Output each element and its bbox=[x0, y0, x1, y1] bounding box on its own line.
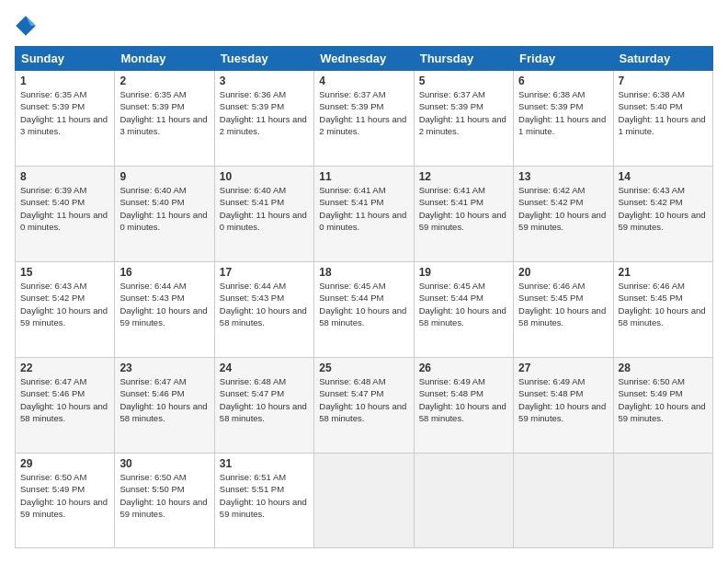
header bbox=[15, 15, 713, 37]
week-row-1: 1Sunrise: 6:35 AMSunset: 5:39 PMDaylight… bbox=[16, 71, 713, 167]
week-row-4: 22Sunrise: 6:47 AMSunset: 5:46 PMDayligh… bbox=[16, 358, 713, 454]
day-number: 13 bbox=[518, 170, 608, 183]
day-number: 14 bbox=[619, 170, 708, 183]
day-number: 24 bbox=[220, 362, 309, 374]
day-number: 17 bbox=[220, 266, 309, 279]
day-cell: 15Sunrise: 6:43 AMSunset: 5:42 PMDayligh… bbox=[16, 262, 115, 358]
day-cell: 14Sunrise: 6:43 AMSunset: 5:42 PMDayligh… bbox=[613, 167, 712, 262]
day-info: Sunrise: 6:46 AMSunset: 5:45 PMDaylight:… bbox=[518, 280, 608, 328]
day-number: 3 bbox=[220, 75, 309, 87]
day-number: 5 bbox=[419, 75, 508, 87]
day-cell: 27Sunrise: 6:49 AMSunset: 5:48 PMDayligh… bbox=[514, 358, 613, 454]
day-cell: 23Sunrise: 6:47 AMSunset: 5:46 PMDayligh… bbox=[115, 358, 214, 454]
day-number: 19 bbox=[419, 266, 508, 279]
day-cell: 13Sunrise: 6:42 AMSunset: 5:42 PMDayligh… bbox=[514, 167, 613, 262]
day-info: Sunrise: 6:47 AMSunset: 5:46 PMDaylight:… bbox=[119, 375, 209, 424]
day-info: Sunrise: 6:37 AMSunset: 5:39 PMDaylight:… bbox=[319, 88, 408, 137]
day-number: 4 bbox=[319, 75, 408, 87]
day-info: Sunrise: 6:45 AMSunset: 5:44 PMDaylight:… bbox=[419, 280, 508, 328]
day-cell: 8Sunrise: 6:39 AMSunset: 5:40 PMDaylight… bbox=[16, 167, 115, 262]
day-info: Sunrise: 6:44 AMSunset: 5:43 PMDaylight:… bbox=[119, 280, 209, 328]
day-number: 2 bbox=[119, 75, 209, 87]
day-number: 29 bbox=[20, 457, 109, 470]
day-number: 30 bbox=[119, 457, 209, 470]
col-header-tuesday: Tuesday bbox=[214, 47, 313, 71]
day-cell: 19Sunrise: 6:45 AMSunset: 5:44 PMDayligh… bbox=[414, 262, 513, 358]
day-info: Sunrise: 6:50 AMSunset: 5:50 PMDaylight:… bbox=[119, 471, 209, 520]
day-number: 10 bbox=[220, 170, 309, 183]
day-info: Sunrise: 6:43 AMSunset: 5:42 PMDaylight:… bbox=[20, 280, 109, 328]
day-cell: 31Sunrise: 6:51 AMSunset: 5:51 PMDayligh… bbox=[214, 454, 313, 548]
logo bbox=[15, 15, 40, 37]
day-info: Sunrise: 6:41 AMSunset: 5:41 PMDaylight:… bbox=[419, 184, 508, 233]
col-header-sunday: Sunday bbox=[16, 47, 115, 71]
day-number: 23 bbox=[119, 362, 209, 374]
day-number: 8 bbox=[20, 170, 109, 183]
day-info: Sunrise: 6:45 AMSunset: 5:44 PMDaylight:… bbox=[319, 280, 408, 328]
day-info: Sunrise: 6:38 AMSunset: 5:40 PMDaylight:… bbox=[619, 88, 708, 137]
day-cell: 28Sunrise: 6:50 AMSunset: 5:49 PMDayligh… bbox=[613, 358, 712, 454]
day-info: Sunrise: 6:41 AMSunset: 5:41 PMDaylight:… bbox=[319, 184, 408, 233]
col-header-wednesday: Wednesday bbox=[314, 47, 414, 71]
day-cell: 6Sunrise: 6:38 AMSunset: 5:39 PMDaylight… bbox=[514, 71, 613, 167]
day-number: 18 bbox=[319, 266, 408, 279]
day-cell: 12Sunrise: 6:41 AMSunset: 5:41 PMDayligh… bbox=[414, 167, 513, 262]
day-number: 12 bbox=[419, 170, 508, 183]
day-number: 11 bbox=[319, 170, 408, 183]
day-number: 27 bbox=[518, 362, 608, 374]
day-info: Sunrise: 6:50 AMSunset: 5:49 PMDaylight:… bbox=[20, 471, 109, 520]
week-row-5: 29Sunrise: 6:50 AMSunset: 5:49 PMDayligh… bbox=[16, 454, 713, 548]
day-cell: 24Sunrise: 6:48 AMSunset: 5:47 PMDayligh… bbox=[214, 358, 313, 454]
logo-icon bbox=[15, 15, 37, 37]
day-number: 20 bbox=[518, 266, 608, 279]
day-info: Sunrise: 6:36 AMSunset: 5:39 PMDaylight:… bbox=[220, 88, 309, 137]
day-info: Sunrise: 6:50 AMSunset: 5:49 PMDaylight:… bbox=[619, 375, 708, 424]
day-cell bbox=[314, 454, 414, 548]
day-number: 22 bbox=[20, 362, 109, 374]
day-info: Sunrise: 6:48 AMSunset: 5:47 PMDaylight:… bbox=[319, 375, 408, 424]
col-header-thursday: Thursday bbox=[414, 47, 513, 71]
day-info: Sunrise: 6:48 AMSunset: 5:47 PMDaylight:… bbox=[220, 375, 309, 424]
day-info: Sunrise: 6:46 AMSunset: 5:45 PMDaylight:… bbox=[619, 280, 708, 328]
day-number: 16 bbox=[119, 266, 209, 279]
day-info: Sunrise: 6:37 AMSunset: 5:39 PMDaylight:… bbox=[419, 88, 508, 137]
day-info: Sunrise: 6:39 AMSunset: 5:40 PMDaylight:… bbox=[20, 184, 109, 233]
day-info: Sunrise: 6:51 AMSunset: 5:51 PMDaylight:… bbox=[220, 471, 309, 520]
day-cell: 25Sunrise: 6:48 AMSunset: 5:47 PMDayligh… bbox=[314, 358, 414, 454]
day-cell: 5Sunrise: 6:37 AMSunset: 5:39 PMDaylight… bbox=[414, 71, 513, 167]
day-cell: 2Sunrise: 6:35 AMSunset: 5:39 PMDaylight… bbox=[115, 71, 214, 167]
calendar-table: SundayMondayTuesdayWednesdayThursdayFrid… bbox=[15, 46, 713, 548]
day-info: Sunrise: 6:35 AMSunset: 5:39 PMDaylight:… bbox=[20, 88, 109, 137]
day-info: Sunrise: 6:40 AMSunset: 5:41 PMDaylight:… bbox=[220, 184, 309, 233]
day-cell: 4Sunrise: 6:37 AMSunset: 5:39 PMDaylight… bbox=[314, 71, 414, 167]
day-cell: 18Sunrise: 6:45 AMSunset: 5:44 PMDayligh… bbox=[314, 262, 414, 358]
day-cell: 20Sunrise: 6:46 AMSunset: 5:45 PMDayligh… bbox=[514, 262, 613, 358]
day-info: Sunrise: 6:42 AMSunset: 5:42 PMDaylight:… bbox=[518, 184, 608, 233]
col-header-friday: Friday bbox=[514, 47, 613, 71]
day-cell: 7Sunrise: 6:38 AMSunset: 5:40 PMDaylight… bbox=[613, 71, 712, 167]
day-info: Sunrise: 6:49 AMSunset: 5:48 PMDaylight:… bbox=[518, 375, 608, 424]
day-info: Sunrise: 6:44 AMSunset: 5:43 PMDaylight:… bbox=[220, 280, 309, 328]
col-header-saturday: Saturday bbox=[613, 47, 712, 71]
day-cell bbox=[514, 454, 613, 548]
day-cell: 17Sunrise: 6:44 AMSunset: 5:43 PMDayligh… bbox=[214, 262, 313, 358]
day-cell: 22Sunrise: 6:47 AMSunset: 5:46 PMDayligh… bbox=[16, 358, 115, 454]
day-info: Sunrise: 6:43 AMSunset: 5:42 PMDaylight:… bbox=[619, 184, 708, 233]
page: SundayMondayTuesdayWednesdayThursdayFrid… bbox=[0, 0, 728, 563]
day-cell: 16Sunrise: 6:44 AMSunset: 5:43 PMDayligh… bbox=[115, 262, 214, 358]
day-cell: 3Sunrise: 6:36 AMSunset: 5:39 PMDaylight… bbox=[214, 71, 313, 167]
week-row-3: 15Sunrise: 6:43 AMSunset: 5:42 PMDayligh… bbox=[16, 262, 713, 358]
day-cell: 21Sunrise: 6:46 AMSunset: 5:45 PMDayligh… bbox=[613, 262, 712, 358]
day-number: 15 bbox=[20, 266, 109, 279]
day-info: Sunrise: 6:40 AMSunset: 5:40 PMDaylight:… bbox=[119, 184, 209, 233]
day-cell: 10Sunrise: 6:40 AMSunset: 5:41 PMDayligh… bbox=[214, 167, 313, 262]
day-number: 1 bbox=[20, 75, 109, 87]
day-number: 31 bbox=[220, 457, 309, 470]
day-number: 6 bbox=[518, 75, 608, 87]
col-header-monday: Monday bbox=[115, 47, 214, 71]
day-number: 25 bbox=[319, 362, 408, 374]
day-cell: 29Sunrise: 6:50 AMSunset: 5:49 PMDayligh… bbox=[16, 454, 115, 548]
day-number: 21 bbox=[619, 266, 708, 279]
day-cell: 1Sunrise: 6:35 AMSunset: 5:39 PMDaylight… bbox=[16, 71, 115, 167]
day-cell: 11Sunrise: 6:41 AMSunset: 5:41 PMDayligh… bbox=[314, 167, 414, 262]
